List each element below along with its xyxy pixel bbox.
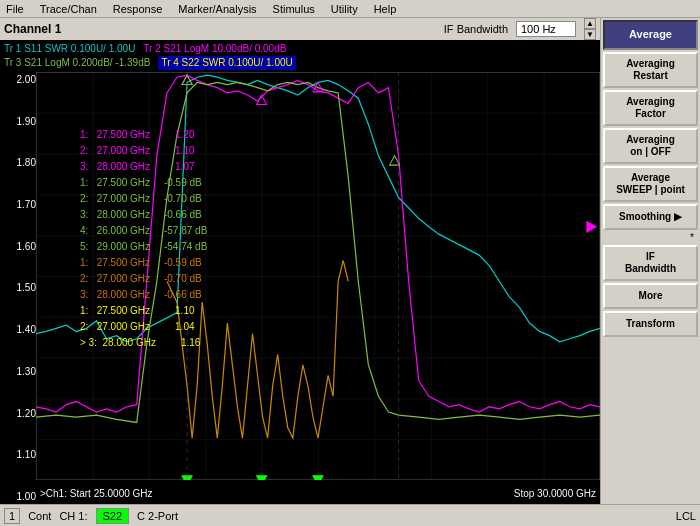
y-label-10: 1.00 (2, 491, 36, 502)
averaging-on-off-button[interactable]: Averagingon | OFF (603, 128, 698, 164)
transform-button[interactable]: Transform (603, 311, 698, 337)
svg-marker-8 (257, 476, 267, 480)
chart-panel: Channel 1 IF Bandwidth ▲ ▼ Tr 1 S11 SWR … (0, 18, 600, 504)
y-label-5: 1.50 (2, 282, 36, 293)
if-bw-up[interactable]: ▲ (584, 18, 596, 29)
channel-title: Channel 1 (4, 22, 61, 36)
chart-area: 2.00 1.90 1.80 1.70 1.60 1.50 1.40 1.30 … (0, 72, 600, 504)
average-button[interactable]: Average (603, 20, 698, 50)
y-label-6: 1.40 (2, 324, 36, 335)
averaging-factor-button[interactable]: AveragingFactor (603, 90, 698, 126)
status-lcl: LCL (676, 510, 696, 522)
y-label-0: 2.00 (2, 74, 36, 85)
status-num: 1 (4, 508, 20, 524)
menu-marker-analysis[interactable]: Marker/Analysis (176, 3, 258, 15)
x-stop-label: Stop 30.0000 GHz (514, 488, 596, 499)
status-bar: 1 Cont CH 1: S22 C 2-Port LCL (0, 504, 700, 526)
if-bw-label: IF Bandwidth (444, 23, 508, 35)
asterisk-label: * (603, 232, 698, 243)
menu-stimulus[interactable]: Stimulus (271, 3, 317, 15)
menu-utility[interactable]: Utility (329, 3, 360, 15)
x-axis: >Ch1: Start 25.0000 GHz Stop 30.0000 GHz (36, 482, 600, 504)
if-bandwidth-button[interactable]: IFBandwidth (603, 245, 698, 281)
y-label-1: 1.90 (2, 116, 36, 127)
if-bw-spinner: ▲ ▼ (584, 18, 596, 40)
y-label-9: 1.10 (2, 449, 36, 460)
status-cont: Cont (28, 510, 51, 522)
averaging-restart-button[interactable]: AveragingRestart (603, 52, 698, 88)
average-sweep-point-button[interactable]: AverageSWEEP | point (603, 166, 698, 202)
svg-marker-9 (313, 476, 323, 480)
trace4-label: Tr 4 S22 SWR 0.100U/ 1.00U (158, 56, 295, 70)
if-bw-input[interactable] (516, 21, 576, 37)
x-start-label: >Ch1: Start 25.0000 GHz (40, 488, 153, 499)
status-ch1: CH 1: (59, 510, 87, 522)
chart-header: Channel 1 IF Bandwidth ▲ ▼ (0, 18, 600, 40)
trace1-label: Tr 1 S11 SWR 0.100U/ 1.00U (4, 42, 135, 56)
menu-bar: File Trace/Chan Response Marker/Analysis… (0, 0, 700, 18)
right-panel: Average AveragingRestart AveragingFactor… (600, 18, 700, 504)
status-s22: S22 (96, 508, 130, 524)
status-c2port: C 2-Port (137, 510, 178, 522)
menu-help[interactable]: Help (372, 3, 399, 15)
trace3-label: Tr 3 S21 LogM 0.200dB/ -1.39dB (4, 56, 150, 70)
trace-info: Tr 1 S11 SWR 0.100U/ 1.00U Tr 2 S21 LogM… (0, 40, 600, 72)
menu-trace-chan[interactable]: Trace/Chan (38, 3, 99, 15)
trace2-label: Tr 2 S21 LogM 10.00dB/ 0.00dB (143, 42, 286, 56)
menu-response[interactable]: Response (111, 3, 165, 15)
y-axis: 2.00 1.90 1.80 1.70 1.60 1.50 1.40 1.30 … (0, 72, 36, 504)
menu-file[interactable]: File (4, 3, 26, 15)
more-button[interactable]: More (603, 283, 698, 309)
smoothing-button[interactable]: Smoothing ▶ (603, 204, 698, 230)
y-label-3: 1.70 (2, 199, 36, 210)
y-label-2: 1.80 (2, 157, 36, 168)
if-bw-down[interactable]: ▼ (584, 29, 596, 40)
y-label-7: 1.30 (2, 366, 36, 377)
y-label-8: 1.20 (2, 408, 36, 419)
y-label-4: 1.60 (2, 241, 36, 252)
marker-data-overlay: 1: 27.500 GHz 1.20 2: 27.000 GHz 1.10 3:… (80, 127, 207, 351)
